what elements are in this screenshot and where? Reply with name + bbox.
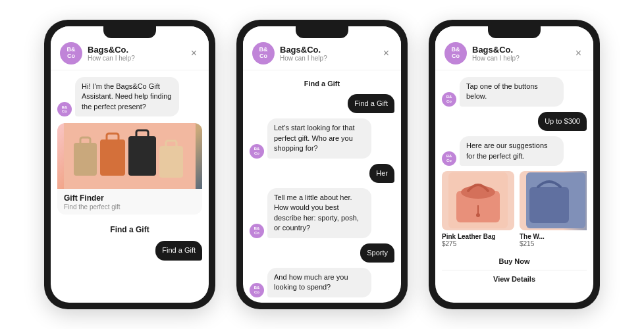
phone-notch-2 bbox=[296, 26, 348, 38]
msg-row-bot-who: B&Co Let's start looking for that perfec… bbox=[250, 118, 394, 158]
product-price-pink: $275 bbox=[442, 240, 514, 247]
svg-rect-7 bbox=[159, 146, 183, 178]
svg-rect-1 bbox=[74, 143, 97, 176]
bot-avatar-2b: B&Co bbox=[250, 224, 264, 238]
msg-row-user-sporty: Sporty bbox=[250, 243, 394, 263]
close-btn-2[interactable]: × bbox=[381, 46, 392, 61]
gift-finder-card: Gift Finder Find the perfect gift bbox=[57, 123, 202, 215]
msg-row-bot-describe: B&Co Tell me a little about her. How wou… bbox=[250, 188, 394, 238]
pink-bag-svg bbox=[448, 172, 508, 228]
center-label-find-gift: Find a Gift bbox=[250, 80, 394, 88]
header-subtitle-3: How can I help? bbox=[472, 55, 573, 62]
brand-name-3: Bags&Co. bbox=[472, 45, 573, 55]
blue-bag-svg bbox=[526, 172, 585, 228]
gift-card-title: Gift Finder bbox=[64, 193, 196, 203]
bot-avatar-2c: B&Co bbox=[250, 283, 264, 297]
chat-body-2: Find a Gift Find a Gift B&Co Let's start… bbox=[243, 70, 401, 303]
msg-row-user-find-gift: Find a Gift bbox=[250, 94, 394, 113]
svg-point-11 bbox=[461, 186, 495, 199]
phone-inner-1: B&Co Bags&Co. How can I help? × B&Co Hi!… bbox=[51, 26, 209, 303]
chat-body-1: B&Co Hi! I'm the Bags&Co Gift Assistant.… bbox=[51, 70, 209, 303]
product-image-pink bbox=[442, 171, 514, 230]
brand-logo-3: B&Co bbox=[444, 42, 467, 64]
product-cards-row: Pink Leather Bag $275 bbox=[442, 171, 587, 247]
close-btn-1[interactable]: × bbox=[188, 46, 200, 61]
msg-row-bot-suggestions: B&Co Here are our suggestions for the pe… bbox=[442, 136, 587, 166]
gift-card-subtitle: Find the perfect gift bbox=[64, 203, 196, 211]
phone-inner-3: B&Co Bags&Co. How can I help? × B&Co Tap… bbox=[435, 26, 593, 303]
gift-card-image bbox=[57, 123, 202, 189]
product-name-pink: Pink Leather Bag bbox=[442, 233, 514, 240]
bot-avatar-2a: B&Co bbox=[250, 144, 264, 159]
bubble-bot-tap3: Tap one of the buttons below. bbox=[460, 77, 564, 107]
bubble-suggestions: Here are our suggestions for the perfect… bbox=[460, 136, 564, 166]
svg-point-13 bbox=[476, 213, 480, 217]
chat-body-3: B&Co Tap one of the buttons below. Up to… bbox=[435, 70, 593, 303]
bubble-user-1[interactable]: Find a Gift bbox=[155, 241, 202, 260]
svg-rect-15 bbox=[529, 187, 569, 223]
bubble-find-gift[interactable]: Find a Gift bbox=[348, 94, 394, 113]
msg-row-bot-spend: B&Co And how much are you looking to spe… bbox=[250, 268, 394, 297]
msg-row-bot-tap3: B&Co Tap one of the buttons below. bbox=[442, 77, 587, 107]
header-subtitle-1: How can I help? bbox=[88, 55, 188, 62]
msg-row-user-300: Up to $300 bbox=[442, 112, 587, 131]
view-details-btn[interactable]: View Details bbox=[442, 273, 587, 285]
msg-row-user-her: Her bbox=[250, 164, 394, 183]
bot-avatar-3a: B&Co bbox=[442, 92, 456, 107]
bubble-bot-spend: And how much are you looking to spend? bbox=[267, 268, 371, 297]
product-name-blue: The W... bbox=[520, 233, 587, 240]
buy-now-btn[interactable]: Buy Now bbox=[442, 255, 587, 267]
phone-2: B&Co Bags&Co. How can I help? × Find a G… bbox=[236, 20, 408, 309]
svg-rect-5 bbox=[128, 136, 156, 176]
phone-3: B&Co Bags&Co. How can I help? × B&Co Tap… bbox=[429, 20, 600, 309]
brand-logo-2: B&Co bbox=[252, 42, 275, 64]
brand-name-2: Bags&Co. bbox=[280, 45, 381, 55]
msg-row-bot-1: B&Co Hi! I'm the Bags&Co Gift Assistant.… bbox=[57, 77, 202, 116]
gift-card-info: Gift Finder Find the perfect gift bbox=[57, 189, 202, 215]
phone-notch-1 bbox=[103, 26, 156, 38]
product-image-blue bbox=[520, 171, 587, 230]
header-subtitle-2: How can I help? bbox=[280, 55, 381, 62]
product-action-buttons: Buy Now View Details bbox=[442, 255, 587, 285]
bags-svg bbox=[64, 123, 196, 189]
product-price-blue: $215 bbox=[520, 240, 587, 247]
product-card-blue: The W... $215 bbox=[520, 171, 587, 247]
action-divider bbox=[442, 270, 587, 270]
phones-container: B&Co Bags&Co. How can I help? × B&Co Hi!… bbox=[31, 7, 613, 322]
bubble-her[interactable]: Her bbox=[369, 164, 394, 183]
bubble-bot-1: Hi! I'm the Bags&Co Gift Assistant. Need… bbox=[75, 77, 179, 116]
brand-logo-1: B&Co bbox=[60, 42, 82, 64]
msg-row-user-1: Find a Gift bbox=[57, 241, 202, 260]
phone-inner-2: B&Co Bags&Co. How can I help? × Find a G… bbox=[243, 26, 401, 303]
header-text-3: Bags&Co. How can I help? bbox=[472, 45, 573, 62]
bubble-sporty[interactable]: Sporty bbox=[360, 243, 394, 263]
phone-notch-3 bbox=[488, 26, 541, 38]
bot-avatar-3b: B&Co bbox=[442, 151, 456, 166]
bubble-bot-who: Let's start looking for that perfect gif… bbox=[267, 118, 371, 158]
header-text-2: Bags&Co. How can I help? bbox=[280, 45, 381, 62]
gift-cta-label: Find a Gift bbox=[57, 221, 202, 236]
bot-avatar-1: B&Co bbox=[57, 102, 72, 116]
product-card-pink: Pink Leather Bag $275 bbox=[442, 171, 514, 247]
header-text-1: Bags&Co. How can I help? bbox=[88, 45, 188, 62]
phone-1: B&Co Bags&Co. How can I help? × B&Co Hi!… bbox=[44, 20, 215, 309]
bubble-300[interactable]: Up to $300 bbox=[538, 112, 587, 131]
brand-name-1: Bags&Co. bbox=[88, 45, 188, 55]
svg-rect-3 bbox=[100, 139, 125, 176]
bubble-bot-describe: Tell me a little about her. How would yo… bbox=[267, 188, 371, 238]
close-btn-3[interactable]: × bbox=[573, 46, 584, 61]
